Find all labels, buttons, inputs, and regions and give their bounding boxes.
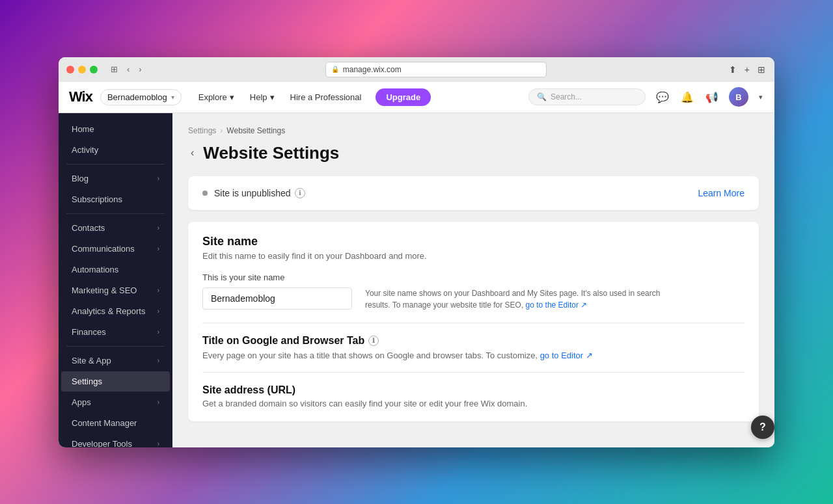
help-icon: ? xyxy=(759,421,766,433)
breadcrumb-parent[interactable]: Settings xyxy=(188,126,216,135)
back-nav-button[interactable]: ‹ xyxy=(124,63,132,75)
app-bar-right: 🔍 Search... 💬 🔔 📢 B ▾ xyxy=(528,87,764,107)
upgrade-button[interactable]: Upgrade xyxy=(376,88,431,106)
nav-help[interactable]: Help ▾ xyxy=(243,88,281,106)
info-icon[interactable]: ℹ xyxy=(295,188,305,198)
sidebar-item-automations[interactable]: Automations xyxy=(61,259,170,280)
browser-actions: ⬆ + ⊞ xyxy=(728,63,767,76)
chevron-right-icon: › xyxy=(157,357,159,364)
breadcrumb-current: Website Settings xyxy=(226,126,285,135)
browser-tab-title-text: Title on Google and Browser Tab xyxy=(202,335,364,347)
chevron-right-icon: › xyxy=(157,440,159,447)
sidebar-divider xyxy=(66,213,165,214)
sidebar-item-label: Activity xyxy=(72,145,98,155)
maximize-button[interactable] xyxy=(90,66,98,73)
site-name-card: Site name Edit this name to easily find … xyxy=(188,222,759,421)
sidebar-item-apps[interactable]: Apps › xyxy=(61,392,170,412)
sidebar-item-developer-tools[interactable]: Developer Tools › xyxy=(61,434,170,447)
sidebar-item-label: Analytics & Reports xyxy=(72,306,145,316)
main-layout: Home Activity Blog › Subscriptions Conta… xyxy=(59,113,774,447)
hint-text: Your site name shows on your Dashboard a… xyxy=(365,289,660,310)
sidebar-item-site-app[interactable]: Site & App › xyxy=(61,351,170,371)
sidebar-item-settings[interactable]: Settings xyxy=(61,371,170,391)
comments-icon[interactable]: 💬 xyxy=(655,90,670,105)
site-name-desc: Edit this name to easily find it on your… xyxy=(202,251,744,261)
url-text: manage.wix.com xyxy=(343,65,402,74)
address-bar[interactable]: 🔒 manage.wix.com xyxy=(325,62,547,77)
sidebar-item-blog[interactable]: Blog › xyxy=(61,168,170,189)
search-bar[interactable]: 🔍 Search... xyxy=(528,88,646,105)
avatar[interactable]: B xyxy=(729,87,748,107)
browser-tab-desc: Every page on your site has a title that… xyxy=(202,351,744,360)
lock-icon: 🔒 xyxy=(331,66,339,73)
sidebar-item-communications[interactable]: Communications › xyxy=(61,239,170,259)
browser-window: ⊞ ‹ › 🔒 manage.wix.com ⬆ + ⊞ Wix Bernade… xyxy=(59,57,774,447)
sidebar-item-activity[interactable]: Activity xyxy=(61,140,170,160)
nav-help-label: Help xyxy=(250,92,267,102)
sidebar-item-label: Subscriptions xyxy=(72,194,122,204)
site-name-hint: Your site name shows on your Dashboard a… xyxy=(365,287,677,311)
chevron-right-icon: › xyxy=(157,399,159,406)
chevron-down-icon[interactable]: ▾ xyxy=(758,92,764,103)
bell-icon[interactable]: 🔔 xyxy=(679,90,695,105)
alert-status-text: Site is unpublished xyxy=(214,188,291,198)
site-name-field-label: This is your site name xyxy=(202,272,744,282)
sidebar-item-label: Developer Tools xyxy=(72,439,132,447)
sidebar-item-marketing[interactable]: Marketing & SEO › xyxy=(61,280,170,300)
app-bar: Wix Bernademoblog ▾ Explore ▾ Help ▾ Hir… xyxy=(59,82,774,113)
sidebar-main-section: Home Activity Blog › Subscriptions Conta… xyxy=(59,113,172,447)
avatar-initials: B xyxy=(735,92,741,102)
nav-hire-label: Hire a Professional xyxy=(290,92,362,102)
go-to-editor-link[interactable]: go to the Editor ↗ xyxy=(526,300,588,310)
sidebar-item-contacts[interactable]: Contacts › xyxy=(61,218,170,238)
sidebar-item-analytics[interactable]: Analytics & Reports › xyxy=(61,301,170,321)
nav-explore-label: Explore xyxy=(198,92,227,102)
sidebar-divider xyxy=(66,346,165,347)
chevron-right-icon: › xyxy=(157,245,159,252)
forward-nav-button[interactable]: › xyxy=(136,63,144,75)
share-button[interactable]: ⬆ xyxy=(728,63,738,76)
sidebar-item-label: Blog xyxy=(72,174,89,183)
info-icon[interactable]: ℹ xyxy=(368,336,379,346)
search-placeholder: Search... xyxy=(551,92,582,101)
tab-grid-button[interactable]: ⊞ xyxy=(756,63,767,76)
chevron-down-icon: ▾ xyxy=(230,92,234,102)
sidebar-item-label: Settings xyxy=(72,377,102,386)
minimize-button[interactable] xyxy=(78,66,86,73)
sidebar-item-label: Site & App xyxy=(72,356,111,365)
learn-more-link[interactable]: Learn More xyxy=(698,188,744,198)
new-tab-button[interactable]: + xyxy=(743,63,751,76)
help-button[interactable]: ? xyxy=(751,416,774,439)
go-to-editor-link-2[interactable]: go to Editor ↗ xyxy=(540,351,593,360)
sidebar-item-home[interactable]: Home xyxy=(61,119,170,139)
site-selector-name: Bernademoblog xyxy=(107,92,167,102)
site-name-title: Site name xyxy=(202,235,744,248)
section-divider-2 xyxy=(202,372,744,373)
sidebar-item-subscriptions[interactable]: Subscriptions xyxy=(61,189,170,209)
url-section: Site address (URL) Get a branded domain … xyxy=(202,384,744,408)
chevron-right-icon: › xyxy=(157,308,159,315)
site-name-field-row: Your site name shows on your Dashboard a… xyxy=(202,287,744,311)
address-bar-wrap: 🔒 manage.wix.com xyxy=(150,62,722,77)
sidebar-item-finances[interactable]: Finances › xyxy=(61,322,170,342)
nav-hire[interactable]: Hire a Professional xyxy=(284,88,368,106)
site-selector[interactable]: Bernademoblog ▾ xyxy=(100,89,182,105)
browser-titlebar: ⊞ ‹ › 🔒 manage.wix.com ⬆ + ⊞ xyxy=(59,57,774,82)
speaker-icon[interactable]: 📢 xyxy=(704,90,720,105)
back-button[interactable]: ‹ xyxy=(188,144,197,161)
nav-explore[interactable]: Explore ▾ xyxy=(192,88,241,106)
app-nav: Explore ▾ Help ▾ Hire a Professional Upg… xyxy=(192,88,528,106)
sidebar-item-label: Home xyxy=(72,124,94,134)
content-area: Settings › Website Settings ‹ Website Se… xyxy=(172,113,774,447)
chevron-right-icon: › xyxy=(157,328,159,336)
wix-logo: Wix xyxy=(69,88,92,105)
sidebar-item-label: Content Manager xyxy=(72,418,137,428)
status-dot xyxy=(202,191,208,196)
close-button[interactable] xyxy=(66,66,74,73)
sidebar-item-label: Finances xyxy=(72,327,106,337)
sidebar: Home Activity Blog › Subscriptions Conta… xyxy=(59,113,172,447)
sidebar-item-content-manager[interactable]: Content Manager xyxy=(61,413,170,433)
window-view-toggle[interactable]: ⊞ xyxy=(108,63,120,75)
site-name-input[interactable] xyxy=(202,287,352,310)
page-title: Website Settings xyxy=(203,143,339,163)
